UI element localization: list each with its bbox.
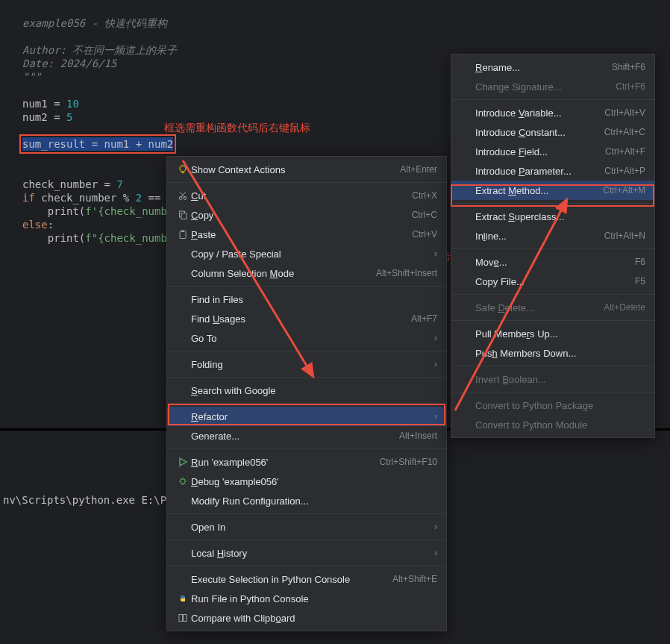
menu-item-hotkey: Ctrl+Alt+N [604,231,645,241]
refactor-extract-superclass[interactable]: Extract Superclass... [451,207,654,226]
ctx-cut[interactable]: CutCtrl+X [167,186,446,205]
selected-code[interactable]: sum_result = num1 + num2 [22,137,173,151]
menu-item-label: Introduce Variable... [475,107,604,119]
chevron-right-icon: › [428,411,437,422]
debug-icon [175,476,191,487]
ctx-find-in-files[interactable]: Find in Files [167,290,446,309]
refactor-convert-to-python-package: Convert to Python Package [451,396,654,415]
paste-icon [175,229,191,240]
ctx-debug-example056[interactable]: Debug 'example056' [167,472,446,491]
menu-item-label: Extract Superclass... [475,211,645,222]
chevron-right-icon: › [428,522,437,532]
menu-separator [451,203,654,204]
comment-line: Author: 不在同一频道上的呆子 [22,44,177,56]
menu-item-hotkey: Ctrl+Alt+P [604,166,645,176]
menu-item-label: Search with Google [191,385,437,396]
menu-item-hotkey: Ctrl+Alt+M [603,185,645,196]
menu-item-label: Run 'example056' [191,457,380,468]
ctx-modify-run-configuration[interactable]: Modify Run Configuration... [167,491,446,510]
svg-rect-9 [179,615,183,622]
menu-item-label: Convert to Python Package [475,400,645,411]
refactor-copy-file[interactable]: Copy File...F5 [451,272,654,291]
refactor-push-members-down[interactable]: Push Members Down... [451,343,654,363]
menu-item-hotkey: Alt+Insert [399,431,437,441]
menu-item-hotkey: Ctrl+C [412,210,437,220]
chevron-right-icon: › [428,333,437,343]
refactor-change-signature: Change Signature...Ctrl+F6 [451,77,654,96]
svg-rect-1 [182,172,184,173]
ctx-execute-selection-in-python-console[interactable]: Execute Selection in Python ConsoleAlt+S… [167,569,446,589]
code-var: num1 [22,98,48,110]
comment-line: example056 - 快速代码重构 [22,17,167,29]
ctx-open-in[interactable]: Open In› [167,517,446,537]
menu-item-hotkey: Ctrl+Alt+V [604,107,645,118]
chevron-right-icon: › [428,248,437,259]
menu-separator [167,566,446,566]
menu-item-hotkey: Alt+Delete [604,302,645,313]
chevron-right-icon: › [428,548,437,558]
ctx-local-history[interactable]: Local History› [167,543,446,563]
menu-item-label: Column Selection Mode [191,268,376,279]
refactor-rename[interactable]: Rename...Shift+F6 [451,57,654,77]
menu-item-hotkey: F5 [635,276,645,287]
ctx-refactor[interactable]: Refactor› [167,407,446,426]
refactor-convert-to-python-module: Convert to Python Module [451,415,654,434]
annotation-select: 框选需重构函数代码后右键鼠标 [164,122,310,135]
ctx-folding[interactable]: Folding› [167,354,446,374]
svg-rect-10 [184,615,187,622]
context-menu: Show Context ActionsAlt+EnterCutCtrl+XCo… [166,156,447,631]
menu-item-hotkey: Alt+Shift+E [392,574,437,584]
menu-item-hotkey: Alt+Enter [400,164,437,175]
menu-item-hotkey: Ctrl+V [412,229,437,240]
menu-separator [451,320,654,321]
menu-separator [167,403,446,404]
ctx-paste[interactable]: PasteCtrl+V [167,225,446,244]
menu-separator [451,99,654,100]
run-icon [175,457,191,467]
ctx-generate[interactable]: Generate...Alt+Insert [167,426,446,446]
menu-item-label: Debug 'example056' [191,476,437,487]
refactor-pull-members-up[interactable]: Pull Members Up... [451,324,654,343]
menu-separator [167,351,446,351]
refactor-introduce-constant[interactable]: Introduce Constant...Ctrl+Alt+C [451,122,654,142]
menu-item-label: Open In [191,522,428,533]
ctx-search-with-google[interactable]: Search with Google [167,381,446,400]
ctx-compare-with-clipboard[interactable]: Compare with Clipboard [167,608,446,628]
ctx-run-example056[interactable]: Run 'example056'Ctrl+Shift+F10 [167,452,446,472]
menu-item-label: Introduce Field... [475,146,605,157]
refactor-introduce-field[interactable]: Introduce Field...Ctrl+Alt+F [451,142,654,161]
ctx-copy-paste-special[interactable]: Copy / Paste Special› [167,244,446,263]
refactor-introduce-variable[interactable]: Introduce Variable...Ctrl+Alt+V [451,103,654,122]
ctx-go-to[interactable]: Go To› [167,328,446,348]
refactor-introduce-parameter[interactable]: Introduce Parameter...Ctrl+Alt+P [451,161,654,181]
ctx-copy[interactable]: CopyCtrl+C [167,205,446,225]
menu-item-label: Invert Boolean... [475,374,645,385]
menu-separator [451,248,654,249]
refactor-inline[interactable]: Inline...Ctrl+Alt+N [451,226,654,246]
menu-item-hotkey: Ctrl+X [412,190,437,201]
refactor-extract-method[interactable]: Extract Method...Ctrl+Alt+M [451,181,654,200]
menu-item-label: Introduce Constant... [475,127,604,138]
menu-item-label: Paste [191,229,412,240]
menu-item-label: Execute Selection in Python Console [191,574,392,585]
svg-point-0 [180,166,186,172]
ctx-show-context-actions[interactable]: Show Context ActionsAlt+Enter [167,160,446,179]
menu-separator [451,294,654,295]
ctx-find-usages[interactable]: Find UsagesAlt+F7 [167,309,446,328]
diff-icon [175,613,191,623]
ctx-column-selection-mode[interactable]: Column Selection ModeAlt+Shift+Insert [167,263,446,283]
menu-separator [167,513,446,514]
menu-item-label: Generate... [191,431,399,442]
menu-item-hotkey: Ctrl+Alt+F [605,146,645,157]
menu-item-label: Inline... [475,231,604,242]
ctx-run-file-in-python-console[interactable]: Run File in Python Console [167,589,446,608]
comment-line: """ [22,71,41,83]
menu-item-label: Change Signature... [475,81,616,93]
menu-item-label: Copy / Paste Special [191,248,428,260]
menu-item-hotkey: Ctrl+F6 [616,81,645,92]
menu-separator [167,286,446,287]
menu-item-label: Extract Method... [475,185,603,196]
menu-separator [167,182,446,183]
refactor-move[interactable]: Move...F6 [451,252,654,272]
menu-item-label: Show Context Actions [191,164,400,175]
